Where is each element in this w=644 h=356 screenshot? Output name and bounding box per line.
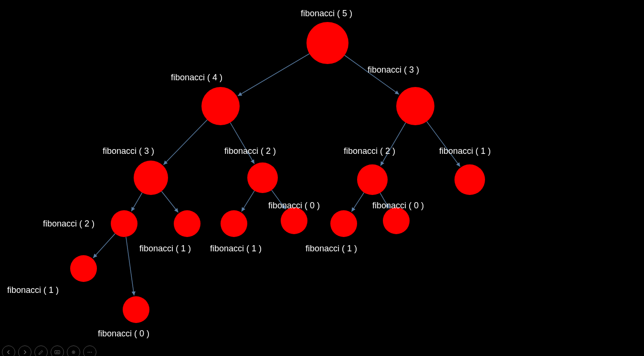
tree-node-label: fibonacci ( 0 ): [372, 201, 424, 211]
record-icon: [70, 349, 77, 356]
tree-node: [383, 207, 410, 234]
tree-node-label: fibonacci ( 4 ): [171, 73, 222, 83]
tree-node-label: fibonacci ( 2 ): [224, 146, 276, 156]
tree-edge: [427, 121, 460, 167]
tree-edge: [242, 191, 254, 211]
cc-icon: [54, 349, 61, 356]
tree-node-label: fibonacci ( 1 ): [7, 285, 59, 295]
tree-node: [330, 210, 357, 237]
tree-node: [281, 207, 307, 234]
tree-node-label: fibonacci ( 1 ): [210, 244, 262, 254]
more-button[interactable]: [83, 345, 96, 356]
tree-node: [357, 164, 388, 195]
tree-node: [174, 210, 201, 237]
arrow-right-icon: [21, 349, 28, 356]
next-button[interactable]: [18, 345, 32, 356]
tree-node-label: fibonacci ( 3 ): [368, 65, 419, 75]
tree-node: [70, 255, 97, 282]
tree-node-label: fibonacci ( 2 ): [344, 146, 395, 156]
tree-edge: [93, 234, 115, 258]
tree-node-label: fibonacci ( 2 ): [43, 219, 95, 229]
prev-button[interactable]: [2, 345, 15, 356]
svg-point-4: [89, 352, 90, 353]
tree-node-label: fibonacci ( 1 ): [306, 244, 357, 254]
tree-node: [396, 87, 434, 125]
record-button[interactable]: [67, 345, 80, 356]
tree-node: [201, 87, 240, 125]
more-icon: [86, 349, 93, 356]
tree-node: [123, 296, 149, 323]
tree-edge: [351, 193, 364, 212]
svg-point-2: [73, 352, 74, 353]
tree-node-label: fibonacci ( 3 ): [103, 146, 154, 156]
tree-node: [111, 210, 137, 237]
svg-rect-0: [55, 351, 60, 354]
pen-button[interactable]: [34, 345, 48, 356]
tree-node: [134, 161, 168, 195]
svg-point-5: [91, 352, 92, 353]
tree-edge: [164, 120, 208, 165]
tree-node-label: fibonacci ( 1 ): [439, 146, 491, 156]
tree-node: [306, 22, 348, 64]
arrow-left-icon: [5, 349, 12, 356]
presenter-toolbar: [2, 342, 96, 355]
tree-node: [454, 164, 485, 195]
tree-edge: [380, 123, 406, 166]
tree-edge: [131, 193, 142, 211]
tree-node-label: fibonacci ( 0 ): [98, 329, 149, 339]
tree-node-label: fibonacci ( 1 ): [139, 244, 191, 254]
tree-edge: [126, 237, 134, 296]
pen-icon: [38, 349, 44, 356]
tree-node: [247, 162, 278, 193]
tree-edge: [230, 123, 254, 164]
svg-point-3: [88, 352, 89, 353]
subtitles-button[interactable]: [51, 345, 64, 356]
tree-node-label: fibonacci ( 5 ): [301, 9, 352, 19]
tree-node-label: fibonacci ( 0 ): [268, 201, 320, 211]
tree-node: [221, 210, 247, 237]
tree-edge: [238, 54, 309, 96]
diagram-canvas: fibonacci ( 5 )fibonacci ( 4 )fibonacci …: [0, 0, 644, 356]
tree-edge: [161, 191, 178, 212]
